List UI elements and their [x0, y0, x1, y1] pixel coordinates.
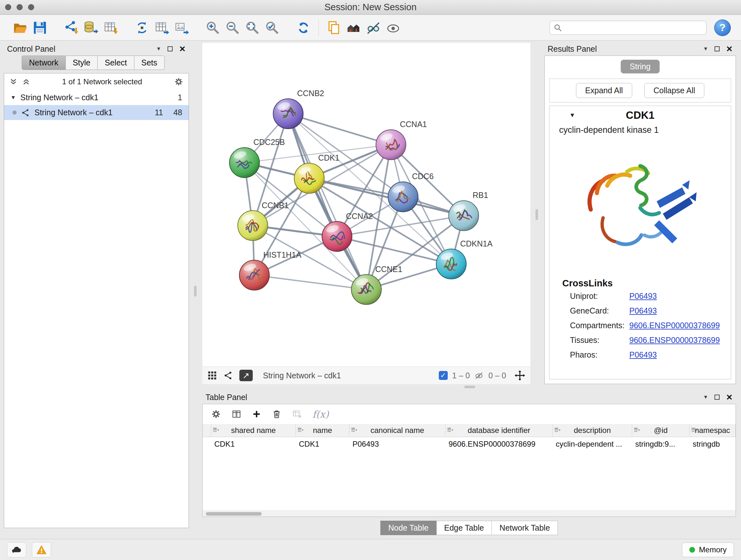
network-node-ccna1[interactable]	[376, 130, 406, 160]
search-field[interactable]	[549, 21, 706, 35]
network-collection-row[interactable]: ▼ String Network – cdk1 1	[4, 90, 189, 105]
table-cell[interactable]: cyclin-dependent ...	[553, 437, 632, 451]
collapse-all-icon[interactable]	[9, 78, 17, 86]
warning-button[interactable]	[32, 542, 51, 557]
clone-network-button[interactable]	[132, 17, 152, 38]
table-cell[interactable]: P06493	[349, 437, 446, 451]
expand-all-icon[interactable]	[22, 78, 30, 86]
zoom-in-button[interactable]	[203, 17, 223, 38]
horizontal-scrollbar[interactable]	[203, 510, 736, 516]
tab-sets[interactable]: Sets	[134, 56, 165, 70]
network-node-cdc6[interactable]	[388, 182, 418, 212]
delete-column-icon[interactable]	[272, 409, 282, 419]
table-cell[interactable]: stringdb	[690, 437, 736, 451]
collection-expand-icon[interactable]: ▼	[10, 95, 16, 101]
export-image-button[interactable]	[172, 17, 192, 38]
table-cell[interactable]: CDK1	[296, 437, 349, 451]
crosslink-value[interactable]: P06493	[629, 350, 657, 360]
column-header-namespac[interactable]: namespac	[690, 424, 736, 437]
horizontal-splitter[interactable]	[464, 386, 475, 388]
network-node-ccnb2[interactable]	[273, 99, 303, 129]
network-canvas[interactable]: CCNB2CCNA1CDC25BCDK1CDC6RB1CCNB1CCNA2CDK…	[202, 43, 530, 367]
copy-document-button[interactable]	[324, 17, 344, 38]
panel-float-icon[interactable]	[167, 46, 173, 51]
panel-menu-icon[interactable]: ▼	[156, 46, 161, 52]
network-node-cdkn1a[interactable]	[436, 249, 466, 279]
crosslink-value[interactable]: 9606.ENSP00000378699	[629, 321, 720, 330]
network-edge[interactable]	[288, 114, 391, 145]
minimize-window-button[interactable]	[17, 4, 23, 10]
zoom-fit-button[interactable]	[243, 17, 262, 38]
network-edge[interactable]	[309, 178, 464, 215]
search-input[interactable]	[564, 23, 702, 33]
collapse-all-button[interactable]: Collapse All	[644, 83, 704, 98]
import-network-database-button[interactable]	[81, 17, 101, 38]
network-node-ccne1[interactable]	[351, 274, 381, 305]
panel-float-icon[interactable]	[715, 395, 720, 400]
export-table-button[interactable]	[152, 17, 172, 38]
table-row[interactable]: CDK1CDK1P064939606.ENSP00000378699cyclin…	[203, 437, 736, 451]
tab-network-table[interactable]: Network Table	[492, 521, 558, 535]
network-node-ccna2[interactable]	[322, 222, 352, 252]
open-session-button[interactable]	[10, 17, 30, 38]
network-edge[interactable]	[288, 114, 366, 290]
hidden-eye-slash-icon[interactable]	[474, 371, 484, 380]
move-crosshair-icon[interactable]	[515, 370, 525, 381]
gear-icon[interactable]	[174, 77, 184, 86]
tab-network[interactable]: Network	[22, 56, 66, 70]
eye-toggle-button[interactable]	[383, 17, 403, 38]
table-cell[interactable]: CDK1	[211, 437, 296, 451]
panel-menu-icon[interactable]: ▼	[703, 394, 708, 400]
column-header-shared-name[interactable]: shared name	[211, 424, 296, 437]
network-share-icon[interactable]	[223, 371, 233, 380]
grid-view-icon[interactable]	[207, 371, 217, 380]
graphics-details-button[interactable]	[363, 17, 383, 38]
column-header-id[interactable]: @id	[632, 424, 690, 437]
zoom-out-button[interactable]	[223, 17, 243, 38]
import-network-file-button[interactable]	[61, 17, 81, 38]
section-collapse-icon[interactable]: ▼	[569, 112, 576, 119]
expand-all-button[interactable]: Expand All	[576, 83, 632, 98]
memory-button[interactable]: Memory	[682, 543, 734, 557]
welcome-screen-button[interactable]	[344, 17, 363, 38]
crosslink-value[interactable]: P06493	[629, 292, 657, 301]
tab-select[interactable]: Select	[98, 56, 134, 70]
tab-edge-table[interactable]: Edge Table	[436, 521, 492, 535]
scrollbar-thumb[interactable]	[206, 512, 262, 516]
panel-close-icon[interactable]: ✕	[726, 393, 733, 401]
birdseye-toggle-button[interactable]: ↗	[239, 370, 253, 381]
panel-close-icon[interactable]: ✕	[726, 45, 733, 53]
column-header-canonical-name[interactable]: canonical name	[349, 424, 446, 437]
zoom-window-button[interactable]	[28, 4, 34, 10]
vertical-splitter-right[interactable]	[536, 209, 538, 220]
table-gear-icon[interactable]	[211, 409, 221, 419]
save-session-button[interactable]	[30, 17, 50, 38]
vertical-splitter-left[interactable]	[194, 286, 197, 297]
tab-style[interactable]: Style	[66, 56, 98, 70]
add-column-icon[interactable]	[252, 409, 261, 419]
tab-string[interactable]: String	[621, 60, 659, 73]
network-edge[interactable]	[254, 275, 366, 290]
network-row[interactable]: String Network – cdk1 11 48	[4, 105, 189, 120]
network-node-cdc25b[interactable]	[229, 147, 259, 178]
import-table-button[interactable]	[101, 17, 121, 38]
crosslink-value[interactable]: 9606.ENSP00000378699	[629, 335, 720, 345]
tab-node-table[interactable]: Node Table	[381, 521, 436, 535]
network-node-ccnb1[interactable]	[238, 211, 268, 241]
zoom-selected-button[interactable]	[262, 17, 282, 38]
panel-close-icon[interactable]: ✕	[179, 45, 186, 53]
crosslink-value[interactable]: P06493	[629, 306, 657, 315]
network-node-hist1h1a[interactable]	[239, 260, 269, 290]
apply-layout-button[interactable]	[293, 17, 313, 38]
close-window-button[interactable]	[5, 4, 11, 10]
panel-menu-icon[interactable]: ▼	[703, 46, 708, 52]
table-cell[interactable]: 9606.ENSP00000378699	[446, 437, 553, 451]
table-cell[interactable]: stringdb:9...	[632, 437, 690, 451]
column-header-name[interactable]: name	[296, 424, 349, 437]
network-node-cdk1[interactable]	[294, 163, 324, 193]
network-node-rb1[interactable]	[449, 200, 479, 231]
title-bar[interactable]: Session: New Session	[0, 0, 741, 15]
cloud-button[interactable]	[7, 542, 26, 557]
show-columns-icon[interactable]	[231, 409, 242, 419]
help-button[interactable]: ?	[714, 19, 731, 36]
